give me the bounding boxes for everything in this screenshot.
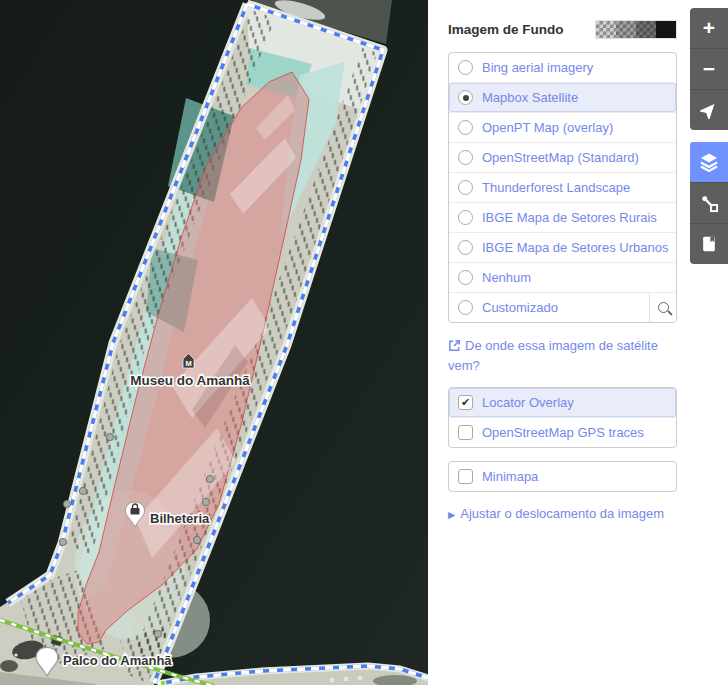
radio-icon: [458, 270, 473, 285]
imagery-source-item[interactable]: IBGE Mapa de Setores Urbanos: [449, 232, 676, 262]
checkbox-icon: [458, 425, 473, 440]
map-data-button[interactable]: [690, 182, 728, 223]
label-museu: Museu do Amanhã: [130, 373, 250, 388]
opacity-swatch[interactable]: [616, 21, 636, 38]
custom-imagery-search-button[interactable]: [649, 293, 676, 322]
geolocate-button[interactable]: [690, 89, 728, 130]
imagery-source-item[interactable]: Thunderforest Landscape: [449, 172, 676, 202]
imagery-source-item[interactable]: Mapbox Satellite: [449, 82, 676, 112]
zoom-out-button[interactable]: −: [690, 48, 728, 89]
imagery-info-label: De onde essa imagem de satélite vem?: [448, 338, 658, 373]
overlay-label: Minimapa: [482, 469, 538, 484]
imagery-source-item[interactable]: Bing aerial imagery: [449, 53, 676, 82]
minimap-toggle[interactable]: Minimapa: [449, 462, 676, 491]
radio-icon: [458, 180, 473, 195]
label-palco: Palco do Amanhã: [63, 653, 172, 668]
book-icon: [700, 235, 718, 253]
overlay-label: OpenStreetMap GPS traces: [482, 425, 644, 440]
disclosure-triangle-icon: ▶: [448, 509, 455, 520]
checkbox-icon: [458, 395, 473, 410]
label-bilheteria: Bilheteria: [150, 511, 210, 526]
source-label: Bing aerial imagery: [482, 60, 593, 75]
opacity-selector[interactable]: [595, 20, 677, 39]
source-label: Nenhum: [482, 270, 531, 285]
overlay-item[interactable]: Locator Overlay: [449, 388, 676, 417]
pane-title: Imagem de Fundo: [448, 22, 564, 37]
radio-icon: [458, 210, 473, 225]
imagery-source-item[interactable]: Customizado: [449, 292, 676, 322]
minimap-box: Minimapa: [448, 461, 677, 492]
imagery-source-item[interactable]: IBGE Mapa de Setores Rurais: [449, 202, 676, 232]
background-settings-button[interactable]: [690, 142, 728, 182]
radio-icon: [458, 60, 473, 75]
zoom-in-button[interactable]: +: [690, 8, 728, 48]
overlay-list: Locator OverlayOpenStreetMap GPS traces: [448, 387, 677, 448]
source-label: Thunderforest Landscape: [482, 180, 630, 195]
radio-icon: [458, 120, 473, 135]
checkbox-icon: [458, 469, 473, 484]
map-data-icon: [700, 194, 719, 213]
zoom-control-group: + −: [690, 8, 728, 130]
geolocate-icon: [700, 101, 718, 119]
radio-icon: [458, 240, 473, 255]
imagery-source-list: Bing aerial imageryMapbox SatelliteOpenP…: [448, 52, 677, 323]
overlay-label: Locator Overlay: [482, 395, 574, 410]
source-label: IBGE Mapa de Setores Urbanos: [482, 240, 668, 255]
source-label: IBGE Mapa de Setores Rurais: [482, 210, 657, 225]
opacity-swatch[interactable]: [596, 21, 616, 38]
source-label: Mapbox Satellite: [482, 90, 578, 105]
help-button[interactable]: [690, 223, 728, 264]
source-label: OpenStreetMap (Standard): [482, 150, 639, 165]
source-label: Customizado: [482, 300, 558, 315]
adjust-offset-link[interactable]: ▶Ajustar o deslocamento da imagem: [448, 506, 677, 521]
imagery-source-item[interactable]: OpenStreetMap (Standard): [449, 142, 676, 172]
layers-icon: [699, 152, 719, 172]
overlay-item[interactable]: OpenStreetMap GPS traces: [449, 417, 676, 447]
imagery-source-item[interactable]: Nenhum: [449, 262, 676, 292]
background-pane: Imagem de Fundo Bing aerial imageryMapbo…: [428, 0, 728, 685]
radio-icon: [458, 300, 473, 315]
map-canvas[interactable]: M Museu do Amanhã Bilheteria Palco do Am…: [0, 0, 428, 685]
opacity-swatch[interactable]: [636, 21, 656, 38]
opacity-swatch[interactable]: [656, 21, 676, 38]
panel-toggle-group: [690, 142, 728, 264]
radio-icon: [458, 90, 473, 105]
radio-icon: [458, 150, 473, 165]
search-icon: [658, 302, 669, 313]
map-toolbar: + −: [690, 8, 728, 264]
source-label: OpenPT Map (overlay): [482, 120, 613, 135]
svg-text:M: M: [185, 359, 191, 368]
imagery-info-link[interactable]: De onde essa imagem de satélite vem?: [448, 336, 677, 376]
adjust-offset-label: Ajustar o deslocamento da imagem: [460, 506, 664, 521]
external-link-icon: [448, 339, 461, 352]
imagery-source-item[interactable]: OpenPT Map (overlay): [449, 112, 676, 142]
